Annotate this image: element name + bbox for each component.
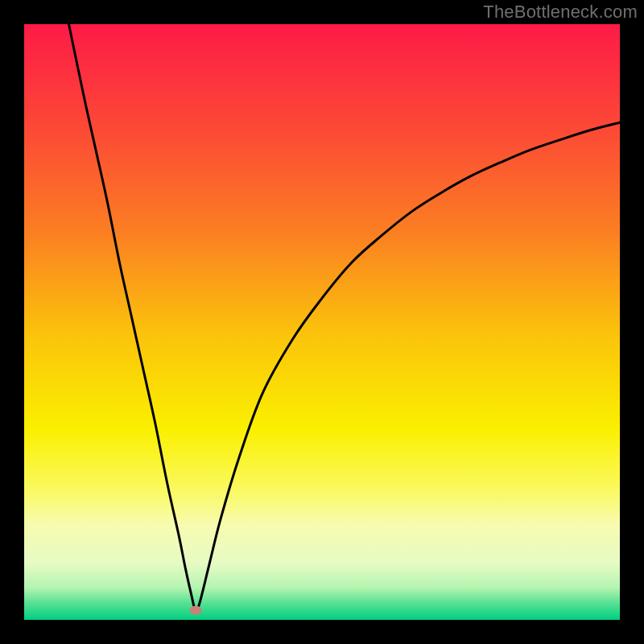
chart-frame: TheBottleneck.com [0, 0, 644, 644]
plot-area [24, 24, 620, 620]
watermark-text: TheBottleneck.com [483, 2, 638, 23]
optimal-point-marker [190, 606, 202, 615]
bottleneck-curve [24, 24, 620, 620]
